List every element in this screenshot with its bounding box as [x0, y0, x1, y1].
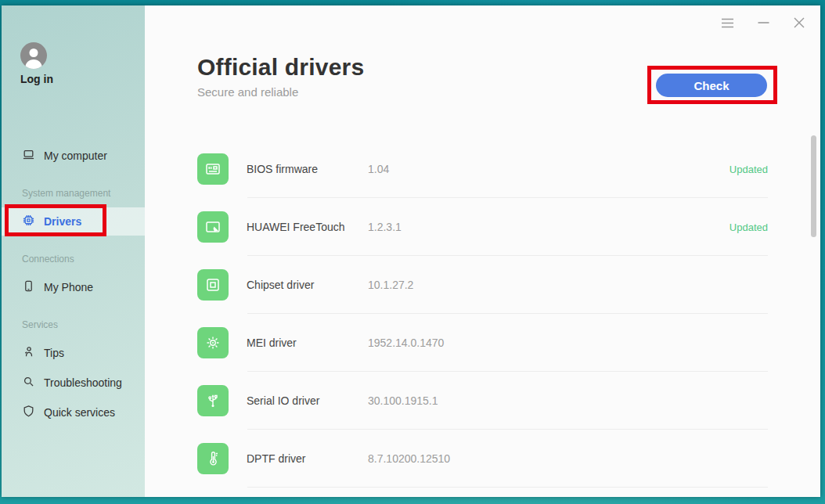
driver-name: BIOS firmware: [247, 163, 368, 175]
login-button[interactable]: Log in: [20, 73, 53, 85]
sidebar-item-label: My Phone: [44, 281, 93, 293]
menu-icon[interactable]: [719, 15, 736, 31]
driver-status: Updated: [730, 221, 768, 233]
driver-row-dptf[interactable]: DPTF driver 8.7.10200.12510: [145, 430, 820, 488]
sidebar-item-drivers[interactable]: Drivers: [22, 212, 81, 231]
driver-list: BIOS firmware 1.04 Updated HUAWEI FreeTo…: [145, 140, 820, 488]
driver-row-mei[interactable]: MEI driver 1952.14.0.1470: [145, 314, 820, 372]
page-subtitle: Secure and reliable: [197, 85, 364, 99]
usb-icon: [197, 385, 229, 416]
app-window: Log in My computer System management Dri…: [2, 5, 820, 497]
driver-version: 10.1.27.2: [368, 279, 768, 291]
minimize-icon[interactable]: [755, 15, 772, 31]
sidebar: Log in My computer System management Dri…: [2, 5, 145, 497]
chipset-icon: [197, 269, 229, 301]
mei-gear-icon: [197, 327, 229, 358]
search-icon: [22, 375, 35, 391]
chip-icon: [22, 214, 35, 229]
sidebar-item-label: Quick services: [44, 406, 115, 419]
driver-status: Updated: [730, 164, 768, 175]
phone-icon: [22, 279, 35, 295]
person-icon: [22, 345, 35, 361]
sidebar-section-connections: Connections: [22, 254, 74, 266]
driver-row-serial-io[interactable]: Serial IO driver 30.100.1915.1: [145, 372, 820, 430]
sidebar-item-label: Tips: [44, 347, 64, 359]
thermometer-icon: [197, 443, 229, 474]
close-icon[interactable]: [791, 15, 808, 31]
driver-name: Chipset driver: [247, 279, 368, 291]
page-header: Official drivers Secure and reliable: [197, 54, 364, 99]
motherboard-icon: [197, 153, 229, 185]
driver-name: Serial IO driver: [247, 394, 368, 407]
touch-panel-icon: [197, 211, 229, 243]
driver-version: 1952.14.0.1470: [368, 337, 768, 349]
driver-version: 8.7.10200.12510: [368, 452, 768, 465]
check-button[interactable]: Check: [656, 74, 767, 97]
sidebar-item-label: My computer: [44, 149, 107, 162]
sidebar-item-quick-services[interactable]: Quick services: [22, 403, 115, 422]
user-avatar-icon[interactable]: [20, 42, 47, 69]
sidebar-item-my-computer[interactable]: My computer: [22, 146, 107, 165]
sidebar-item-tips[interactable]: Tips: [22, 344, 64, 362]
driver-name: HUAWEI FreeTouch: [247, 221, 368, 233]
driver-version: 30.100.1915.1: [368, 394, 768, 407]
window-controls: [719, 15, 808, 31]
sidebar-item-label: Drivers: [44, 215, 81, 228]
sidebar-section-system-management: System management: [22, 188, 110, 200]
scrollbar-thumb[interactable]: [811, 135, 816, 237]
sidebar-item-my-phone[interactable]: My Phone: [22, 278, 93, 297]
driver-row-freetouch[interactable]: HUAWEI FreeTouch 1.2.3.1 Updated: [145, 198, 820, 256]
sidebar-section-services: Services: [22, 319, 58, 332]
driver-name: MEI driver: [247, 337, 368, 349]
laptop-icon: [22, 148, 35, 164]
sidebar-item-troubleshooting[interactable]: Troubleshooting: [22, 373, 122, 392]
sidebar-item-label: Troubleshooting: [44, 376, 122, 389]
shield-icon: [22, 405, 35, 420]
page-title: Official drivers: [197, 54, 364, 81]
main-content: Official drivers Secure and reliable Che…: [145, 5, 820, 497]
driver-row-chipset[interactable]: Chipset driver 10.1.27.2: [145, 256, 820, 314]
driver-name: DPTF driver: [247, 452, 368, 465]
driver-row-bios[interactable]: BIOS firmware 1.04 Updated: [145, 140, 820, 198]
driver-version: 1.2.3.1: [368, 221, 730, 233]
driver-version: 1.04: [368, 163, 730, 175]
